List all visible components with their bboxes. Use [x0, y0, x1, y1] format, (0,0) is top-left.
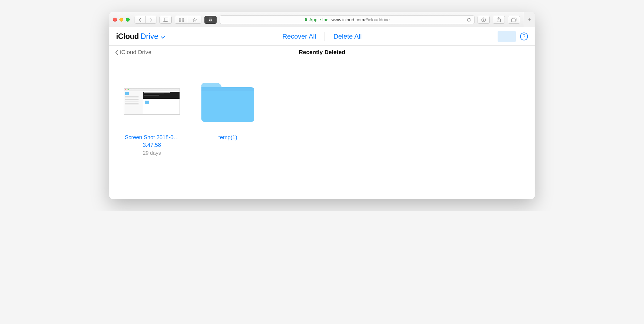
- header-right: ?: [498, 31, 528, 42]
- nav-button-group: [135, 16, 156, 24]
- chevron-down-icon: [161, 36, 165, 39]
- minimize-window-button[interactable]: [119, 18, 123, 22]
- svg-text:uo: uo: [209, 19, 212, 21]
- thumbnail: [124, 77, 180, 126]
- favorites-button[interactable]: [188, 16, 201, 24]
- svg-rect-13: [183, 20, 184, 20]
- ssl-company: Apple Inc.: [309, 17, 330, 22]
- svg-rect-26: [511, 19, 515, 22]
- icloud-header: iCloud Drive Recover All Delete All ?: [109, 27, 535, 46]
- account-avatar[interactable]: [498, 31, 516, 42]
- back-button[interactable]: [135, 16, 146, 24]
- svg-rect-8: [182, 19, 183, 19]
- recover-all-button[interactable]: Recover All: [282, 33, 316, 40]
- page-title: Recently Deleted: [299, 49, 345, 56]
- svg-rect-5: [183, 18, 184, 19]
- svg-rect-4: [182, 18, 183, 19]
- screenshot-thumbnail: [124, 88, 180, 115]
- deleted-item-folder[interactable]: temp(1): [197, 77, 258, 156]
- breadcrumb-label: iCloud Drive: [120, 49, 151, 56]
- svg-rect-22: [483, 19, 484, 21]
- chevron-left-icon: [115, 50, 118, 55]
- brand-drive: Drive: [141, 32, 158, 41]
- deleted-item-screenshot[interactable]: Screen Shot 2018-0…3.47.58 29 days: [122, 77, 182, 156]
- brand-icloud: iCloud: [116, 32, 139, 41]
- share-button[interactable]: [493, 16, 505, 24]
- svg-rect-12: [182, 20, 183, 20]
- svg-rect-6: [179, 19, 180, 19]
- reader-info-button[interactable]: [478, 16, 490, 24]
- item-name: temp(1): [218, 134, 237, 141]
- svg-rect-11: [180, 20, 181, 20]
- svg-point-21: [483, 19, 484, 19]
- address-bar[interactable]: Apple Inc. www.icloud.com/#iclouddrive: [220, 16, 474, 24]
- url-path: /#iclouddrive: [364, 17, 390, 22]
- svg-rect-10: [179, 20, 180, 20]
- delete-all-button[interactable]: Delete All: [334, 33, 362, 40]
- lock-icon: [304, 18, 307, 22]
- sidebar-toggle-button[interactable]: [159, 16, 172, 24]
- svg-rect-3: [180, 18, 181, 19]
- new-tab-button[interactable]: +: [524, 12, 535, 27]
- breadcrumb-back[interactable]: iCloud Drive: [115, 49, 151, 56]
- folder-icon: [199, 79, 257, 124]
- browser-toolbar: uo Apple Inc. www.icloud.com/#iclouddriv…: [109, 12, 535, 27]
- app-switcher[interactable]: iCloud Drive: [116, 32, 165, 41]
- svg-rect-14: [179, 21, 180, 21]
- help-button[interactable]: ?: [520, 33, 528, 40]
- reload-button[interactable]: [467, 17, 471, 22]
- ublock-extension-button[interactable]: uo: [204, 16, 217, 24]
- window-controls: [113, 18, 130, 22]
- svg-rect-2: [179, 18, 180, 19]
- divider: [325, 32, 325, 41]
- svg-rect-15: [180, 21, 181, 21]
- svg-rect-17: [183, 21, 184, 21]
- file-grid: Screen Shot 2018-0…3.47.58 29 days temp(…: [109, 59, 535, 199]
- header-actions: Recover All Delete All: [282, 32, 361, 41]
- item-name: Screen Shot 2018-0…3.47.58: [122, 134, 182, 149]
- thumbnail: [199, 77, 257, 126]
- view-button-group: [175, 16, 201, 24]
- svg-rect-0: [163, 18, 168, 22]
- safari-window: uo Apple Inc. www.icloud.com/#iclouddriv…: [109, 12, 535, 199]
- top-sites-button[interactable]: [175, 16, 188, 24]
- location-bar: iCloud Drive Recently Deleted: [109, 46, 535, 59]
- close-window-button[interactable]: [113, 18, 117, 22]
- item-meta: 29 days: [143, 150, 161, 156]
- tabs-button[interactable]: [508, 16, 520, 24]
- svg-rect-7: [180, 19, 181, 19]
- svg-rect-9: [183, 19, 184, 19]
- maximize-window-button[interactable]: [126, 18, 130, 22]
- forward-button[interactable]: [146, 16, 156, 24]
- svg-rect-16: [182, 21, 183, 21]
- svg-rect-19: [305, 19, 307, 21]
- url-domain: www.icloud.com: [331, 17, 364, 22]
